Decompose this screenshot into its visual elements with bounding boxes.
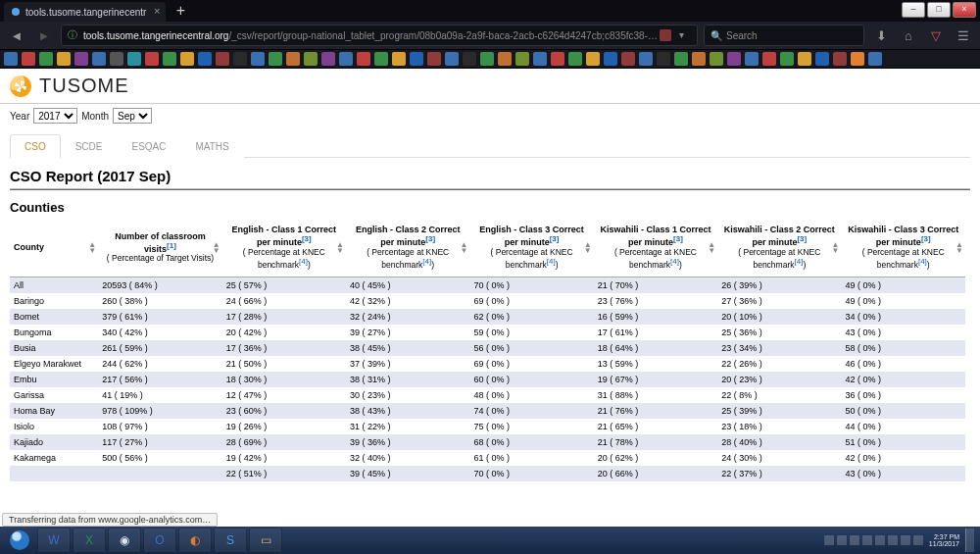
sort-icon[interactable]: ▲▼ [584, 242, 592, 254]
table-row[interactable]: 22 ( 51% )39 ( 45% )70 ( 0% )20 ( 66% )2… [10, 466, 965, 481]
bookmark-item[interactable] [410, 52, 423, 66]
bookmark-item[interactable] [568, 52, 582, 66]
start-button[interactable] [4, 529, 35, 552]
bookmark-item[interactable] [498, 52, 512, 66]
bookmark-item[interactable] [427, 52, 441, 66]
bookmark-item[interactable] [339, 52, 353, 66]
search-bar[interactable]: 🔍 Search [704, 25, 864, 46]
bookmark-item[interactable] [251, 52, 265, 66]
bookmark-item[interactable] [745, 52, 759, 66]
bookmark-item[interactable] [321, 52, 335, 66]
bookmark-item[interactable] [533, 52, 547, 66]
bookmark-item[interactable] [392, 52, 406, 66]
bookmark-item[interactable] [868, 52, 882, 66]
bookmark-item[interactable] [127, 52, 141, 66]
bookmark-item[interactable] [92, 52, 106, 66]
show-desktop-button[interactable] [965, 529, 974, 552]
pocket-button[interactable]: ▽ [925, 25, 947, 46]
tab-scde[interactable]: SCDE [61, 134, 118, 158]
downloads-button[interactable]: ⬇ [870, 25, 892, 46]
footnote-link[interactable]: [3] [673, 234, 683, 243]
taskbar-app-word[interactable]: W [37, 528, 71, 553]
sort-icon[interactable]: ▲▼ [88, 242, 96, 254]
bookmark-item[interactable] [815, 52, 829, 66]
sort-icon[interactable]: ▲▼ [336, 242, 344, 254]
table-row[interactable]: Baringo260 ( 38% )24 ( 66% )42 ( 32% )69… [10, 293, 965, 309]
bookmark-item[interactable] [621, 52, 635, 66]
bookmark-item[interactable] [110, 52, 123, 66]
tab-esqac[interactable]: ESQAC [117, 134, 180, 158]
tray-icons[interactable] [824, 535, 923, 545]
bookmark-item[interactable] [674, 52, 688, 66]
taskbar-app-excel[interactable]: X [73, 528, 106, 553]
tab-maths[interactable]: MATHS [180, 134, 243, 158]
footnote-link[interactable]: [3] [921, 234, 931, 243]
bookmark-item[interactable] [445, 52, 459, 66]
col-kis2[interactable]: Kiswahili - Class 2 Correct per minute[3… [717, 219, 841, 277]
table-row[interactable]: Garissa41 ( 19% )12 ( 47% )30 ( 23% )48 … [10, 387, 965, 403]
bookmark-item[interactable] [180, 52, 194, 66]
bookmark-item[interactable] [74, 52, 88, 66]
url-bar[interactable]: ⓘ tools.tusome.tangerinecentral.org /_cs… [61, 25, 698, 46]
col-eng2[interactable]: English - Class 2 Correct per minute[3] … [346, 219, 469, 277]
browser-tab-active[interactable]: tools.tusome.tangerinecentr × [4, 2, 166, 22]
bookmark-item[interactable] [833, 52, 847, 66]
bookmark-item[interactable] [57, 52, 71, 66]
bookmark-item[interactable] [798, 52, 811, 66]
bookmark-item[interactable] [727, 52, 741, 66]
window-minimize-button[interactable]: – [902, 2, 925, 18]
back-button[interactable]: ◄ [6, 25, 27, 46]
bookmark-item[interactable] [657, 52, 670, 66]
month-select[interactable]: Sep [113, 108, 152, 124]
footnote-link[interactable]: [4] [299, 257, 308, 266]
bookmark-item[interactable] [639, 52, 653, 66]
taskbar-app-outlook[interactable]: O [143, 528, 176, 553]
sort-icon[interactable]: ▲▼ [460, 242, 467, 254]
sort-icon[interactable]: ▲▼ [213, 242, 220, 254]
window-close-button[interactable]: × [953, 2, 976, 18]
col-county[interactable]: County ▲▼ [10, 219, 98, 277]
bookmark-item[interactable] [551, 52, 564, 66]
bookmark-item[interactable] [463, 52, 476, 66]
taskbar-clock[interactable]: 2:37 PM 11/3/2017 [929, 533, 959, 548]
bookmark-item[interactable] [198, 52, 212, 66]
bookmark-item[interactable] [851, 52, 864, 66]
col-eng1[interactable]: English - Class 1 Correct per minute[3] … [222, 219, 346, 277]
footnote-link[interactable]: [3] [797, 234, 807, 243]
bookmark-item[interactable] [374, 52, 388, 66]
bookmark-item[interactable] [4, 52, 18, 66]
col-visits[interactable]: Number of classroom visits[1] ( Percenta… [98, 219, 221, 277]
new-tab-button[interactable]: + [170, 2, 191, 22]
taskbar-app-explorer[interactable]: ▭ [249, 528, 282, 553]
bookmark-item[interactable] [163, 52, 176, 66]
bookmark-item[interactable] [480, 52, 494, 66]
taskbar-app-chrome[interactable]: ◉ [108, 528, 141, 553]
table-row[interactable]: Bomet379 ( 61% )17 ( 28% )32 ( 24% )62 (… [10, 309, 965, 325]
table-row[interactable]: Kakamega500 ( 56% )19 ( 42% )32 ( 40% )6… [10, 450, 965, 466]
sort-icon[interactable]: ▲▼ [956, 242, 963, 254]
dropdown-icon[interactable]: ▾ [679, 29, 691, 41]
col-kis3[interactable]: Kiswahili - Class 3 Correct per minute[3… [842, 219, 965, 277]
footnote-link[interactable]: [4] [670, 257, 679, 266]
tab-cso[interactable]: CSO [10, 134, 61, 158]
table-row[interactable]: Isiolo108 ( 97% )19 ( 26% )31 ( 22% )75 … [10, 419, 965, 434]
col-eng3[interactable]: English - Class 3 Correct per minute[3] … [469, 219, 593, 277]
bookmark-item[interactable] [216, 52, 229, 66]
sort-icon[interactable]: ▲▼ [832, 242, 840, 254]
bookmark-item[interactable] [710, 52, 723, 66]
bookmark-item[interactable] [145, 52, 159, 66]
taskbar-app-firefox[interactable]: ◐ [178, 528, 212, 553]
bookmark-item[interactable] [269, 52, 282, 66]
table-row[interactable]: All20593 ( 84% )25 ( 57% )40 ( 45% )70 (… [10, 277, 965, 294]
bookmark-item[interactable] [22, 52, 35, 66]
footnote-link[interactable]: [3] [550, 234, 560, 243]
home-button[interactable]: ⌂ [898, 25, 919, 46]
year-select[interactable]: 2017 [33, 108, 77, 124]
col-kis1[interactable]: Kiswahili - Class 1 Correct per minute[3… [594, 219, 717, 277]
footnote-link[interactable]: [4] [547, 257, 556, 266]
bookmark-item[interactable] [586, 52, 600, 66]
footnote-link[interactable]: [1] [167, 241, 176, 250]
stop-icon[interactable] [660, 29, 671, 41]
table-row[interactable]: Embu217 ( 56% )18 ( 30% )38 ( 31% )60 ( … [10, 372, 965, 387]
footnote-link[interactable]: [3] [302, 234, 312, 243]
